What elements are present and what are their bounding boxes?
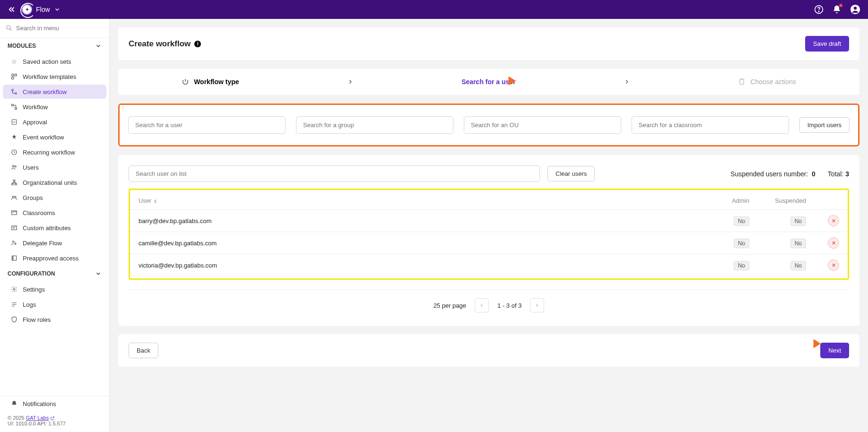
search-classroom-input[interactable] (632, 116, 789, 134)
info-icon[interactable]: i (194, 41, 201, 47)
table-row: barry@dev.bp.gatlabs.com No No ✕ (130, 210, 848, 232)
sidebar-item-approval[interactable]: Approval (3, 115, 106, 129)
app-switcher[interactable]: ✦ Flow (22, 4, 61, 15)
suspended-badge: No (790, 216, 806, 226)
step-choose-actions: Choose actions (738, 78, 796, 86)
search-panel: Import users (118, 104, 859, 147)
svg-rect-18 (15, 183, 17, 185)
page-header: Create workflow i Save draft (118, 27, 859, 60)
star-icon: ☆ (10, 58, 18, 65)
sidebar-item-users[interactable]: Users (3, 160, 106, 174)
configuration-section-toggle[interactable]: CONFIGURATION (0, 266, 109, 282)
svg-rect-11 (15, 108, 17, 110)
sidebar-item-notifications[interactable]: Notifications (3, 397, 106, 411)
notifications-button[interactable] (832, 5, 842, 14)
step-workflow-type[interactable]: Workflow type (182, 78, 239, 86)
pagination: 25 per page 1 - 3 of 3 (129, 289, 849, 315)
users-table: User▲▼ Admin Suspended barry@dev.bp.gatl… (130, 192, 848, 276)
next-page-button[interactable] (530, 298, 544, 312)
power-icon (182, 78, 189, 86)
sort-icon: ▲▼ (153, 199, 157, 204)
chevron-down-icon (95, 270, 102, 277)
sidebar-item-recurring-workflow[interactable]: Recurring workflow (3, 145, 106, 159)
account-button[interactable] (850, 4, 860, 15)
sidebar-item-workflow-templates[interactable]: Workflow templates (3, 69, 106, 84)
sidebar-item-flow-roles[interactable]: Flow roles (3, 312, 106, 327)
save-draft-button[interactable]: Save draft (805, 36, 849, 52)
workflow-icon (10, 103, 18, 111)
svg-point-14 (13, 165, 15, 167)
remove-user-button[interactable]: ✕ (828, 237, 839, 249)
template-icon (10, 73, 18, 80)
suspended-badge: No (790, 239, 806, 248)
svg-rect-10 (12, 104, 14, 106)
filter-list-input[interactable] (129, 165, 540, 182)
sidebar-item-groups[interactable]: Groups (3, 190, 106, 205)
svg-rect-7 (12, 77, 14, 79)
page-range: 1 - 3 of 3 (497, 302, 521, 309)
sidebar-item-preapproved-access[interactable]: Preapproved access (3, 251, 106, 265)
annotation-arrow (794, 335, 822, 352)
create-icon (10, 88, 18, 95)
main-content: Create workflow i Save draft Workflow ty… (110, 19, 868, 432)
topbar: ✦ Flow (0, 0, 868, 19)
app-name: Flow (36, 6, 50, 13)
back-button[interactable]: Back (129, 343, 158, 358)
search-user-input[interactable] (128, 116, 286, 134)
collapse-sidebar-button[interactable] (8, 5, 16, 14)
chevron-down-icon (54, 6, 61, 13)
svg-point-9 (15, 93, 17, 95)
svg-point-15 (15, 166, 16, 167)
sidebar-item-organizational-units[interactable]: Organizational units (3, 175, 106, 190)
table-row: camille@dev.bp.gatlabs.com No No ✕ (130, 232, 848, 254)
gat-labs-link[interactable]: GAT Labs (26, 415, 49, 421)
sidebar-item-logs[interactable]: Logs (3, 297, 106, 311)
svg-point-3 (854, 7, 857, 9)
modules-section-toggle[interactable]: MODULES (0, 38, 109, 54)
sidebar-item-workflow[interactable]: Workflow (3, 100, 106, 114)
sidebar-item-event-workflow[interactable]: Event workflow (3, 130, 106, 144)
workflow-stepper: Workflow type Search for a user Choose a… (118, 69, 859, 95)
prev-page-button[interactable] (475, 298, 489, 312)
svg-point-4 (7, 26, 10, 29)
annotation-arrow (489, 72, 517, 89)
admin-badge: No (734, 239, 749, 248)
svg-rect-6 (15, 74, 17, 76)
sidebar-item-custom-attributes[interactable]: Custom attributes (3, 221, 106, 235)
sidebar-item-create-workflow[interactable]: Create workflow (3, 85, 106, 99)
svg-point-1 (818, 11, 819, 12)
per-page-label[interactable]: 25 per page (434, 302, 466, 309)
sidebar: MODULES ☆Saved action sets Workflow temp… (0, 19, 110, 432)
next-button[interactable]: Next (820, 343, 849, 358)
remove-user-button[interactable]: ✕ (828, 215, 839, 226)
col-user[interactable]: User▲▼ (130, 192, 706, 210)
sidebar-item-settings[interactable]: Settings (3, 282, 106, 296)
clear-users-button[interactable]: Clear users (547, 166, 595, 181)
search-ou-input[interactable] (464, 116, 621, 134)
logs-icon (10, 301, 18, 308)
approval-icon (10, 118, 18, 126)
remove-user-button[interactable]: ✕ (828, 259, 839, 271)
import-users-button[interactable]: Import users (799, 117, 850, 133)
help-button[interactable] (814, 5, 824, 14)
org-icon (10, 179, 18, 186)
admin-badge: No (734, 261, 749, 270)
search-group-input[interactable] (296, 116, 453, 134)
shield-icon (10, 316, 18, 323)
sidebar-item-delegate-flow[interactable]: Delegate Flow (3, 236, 106, 250)
attributes-icon (10, 224, 18, 232)
clipboard-icon (738, 78, 746, 86)
sidebar-footer-text: © 2025 GAT Labs UI: 1010.0.0 API: 1.5.57… (0, 411, 109, 432)
bell-icon (10, 400, 18, 407)
col-admin: Admin (706, 192, 758, 210)
chevron-right-icon (624, 78, 630, 85)
user-email: barry@dev.bp.gatlabs.com (130, 210, 706, 232)
sidebar-item-saved-action-sets[interactable]: ☆Saved action sets (3, 54, 106, 69)
event-icon (10, 133, 18, 141)
users-icon (10, 164, 18, 171)
svg-point-20 (15, 196, 16, 198)
classroom-icon (10, 209, 18, 216)
sidebar-search-input[interactable] (6, 23, 104, 34)
groups-icon (10, 194, 18, 201)
sidebar-item-classrooms[interactable]: Classrooms (3, 206, 106, 220)
